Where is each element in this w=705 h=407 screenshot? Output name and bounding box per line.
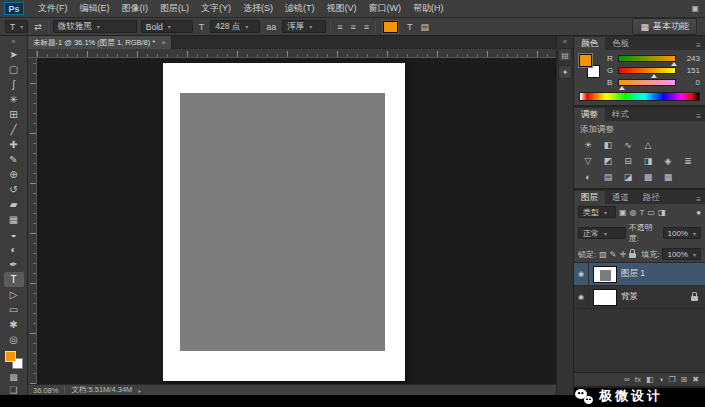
visibility-toggle-icon[interactable]: ◉ bbox=[574, 263, 589, 285]
gradient-tool-button[interactable]: ▦ bbox=[4, 212, 24, 227]
levels-icon[interactable]: ◧ bbox=[599, 138, 617, 152]
menu-item-window[interactable]: 窗口(W) bbox=[363, 2, 408, 15]
fill-select[interactable]: 100% bbox=[662, 248, 700, 260]
zoom-level[interactable]: 36.08% bbox=[33, 386, 58, 395]
layer-name[interactable]: 图层 1 bbox=[621, 268, 701, 280]
toggle-panels-icon[interactable]: ▤ bbox=[419, 22, 432, 32]
type-tool-button[interactable]: T bbox=[4, 272, 24, 287]
filter-adjustment-layers-icon[interactable]: ◍ bbox=[630, 208, 637, 217]
lock-transparent-pixels-icon[interactable]: ▨ bbox=[599, 250, 607, 259]
posterize-icon[interactable]: ▤ bbox=[599, 170, 617, 184]
layer-name[interactable]: 背景 bbox=[621, 291, 691, 303]
lock-image-pixels-icon[interactable]: ✎ bbox=[610, 250, 617, 259]
red-slider-handle[interactable] bbox=[671, 62, 677, 66]
tab-paths[interactable]: 路径 bbox=[636, 191, 667, 204]
quick-selection-tool-button[interactable]: ✳ bbox=[4, 92, 24, 107]
crop-tool-button[interactable]: ⊞ bbox=[4, 107, 24, 122]
green-slider[interactable] bbox=[618, 67, 676, 74]
font-size-select[interactable]: 428 点 bbox=[210, 20, 260, 33]
blend-mode-select[interactable]: 正常 bbox=[578, 227, 626, 239]
blue-slider[interactable] bbox=[618, 79, 676, 86]
font-family-select[interactable]: 微软雅黑 bbox=[53, 20, 137, 33]
align-left-icon[interactable]: ≡ bbox=[335, 22, 344, 32]
channel-mixer-icon[interactable]: ≣ bbox=[679, 154, 697, 168]
spot-healing-tool-button[interactable]: ✚ bbox=[4, 137, 24, 152]
menu-item-type[interactable]: 文字(Y) bbox=[195, 2, 237, 15]
path-selection-tool-button[interactable]: ▷ bbox=[4, 287, 24, 302]
curves-icon[interactable]: ∿ bbox=[619, 138, 637, 152]
rectangle-tool-button[interactable]: ▭ bbox=[4, 302, 24, 317]
tab-styles[interactable]: 样式 bbox=[605, 108, 636, 121]
green-slider-handle[interactable] bbox=[651, 74, 657, 78]
filter-type-layers-icon[interactable]: T bbox=[640, 208, 645, 217]
green-value[interactable]: 151 bbox=[680, 66, 700, 75]
blur-tool-button[interactable]: ◒ bbox=[4, 227, 24, 242]
lasso-tool-button[interactable]: ʃ bbox=[4, 77, 24, 92]
warp-text-icon[interactable]: T bbox=[405, 22, 415, 32]
zoom-tool-button[interactable]: ◎ bbox=[4, 332, 24, 347]
lock-all-icon[interactable] bbox=[629, 253, 636, 258]
move-tool-button[interactable]: ➤ bbox=[4, 47, 24, 62]
black-white-icon[interactable]: ◨ bbox=[639, 154, 657, 168]
document-canvas[interactable] bbox=[163, 63, 405, 381]
tab-color[interactable]: 颜色 bbox=[574, 37, 605, 50]
menu-item-view[interactable]: 视图(V) bbox=[321, 2, 363, 15]
text-orientation-icon[interactable]: ⇄ bbox=[32, 22, 44, 32]
clone-stamp-tool-button[interactable]: ⊕ bbox=[4, 167, 24, 182]
photo-filter-icon[interactable]: ◈ bbox=[659, 154, 677, 168]
window-controls-icon[interactable]: ▣ bbox=[691, 4, 699, 13]
blue-slider-handle[interactable] bbox=[619, 86, 625, 90]
threshold-icon[interactable]: ◪ bbox=[619, 170, 637, 184]
color-panel-menu-icon[interactable]: ≡ bbox=[696, 41, 705, 50]
color-balance-icon[interactable]: ⊟ bbox=[619, 154, 637, 168]
text-color-swatch[interactable] bbox=[383, 21, 398, 33]
pen-tool-button[interactable]: ✒ bbox=[4, 257, 24, 272]
layer-row-layer1[interactable]: ◉ 图层 1 bbox=[574, 263, 705, 286]
menu-item-layer[interactable]: 图层(L) bbox=[154, 2, 195, 15]
workspace-switcher[interactable]: ▦ 基本功能 bbox=[632, 18, 697, 35]
layers-panel-menu-icon[interactable]: ≡ bbox=[696, 195, 705, 204]
toolbar-collapse-icon[interactable]: » bbox=[12, 38, 16, 45]
new-group-icon[interactable]: ❒ bbox=[668, 375, 675, 384]
layer-filter-type-select[interactable]: 类型 bbox=[578, 206, 616, 218]
quick-mask-icon[interactable]: ▩ bbox=[9, 372, 18, 382]
status-expander-icon[interactable]: ▸ bbox=[138, 387, 141, 394]
dodge-tool-button[interactable]: ◐ bbox=[4, 242, 24, 257]
tab-adjustments[interactable]: 调整 bbox=[574, 108, 605, 121]
delete-layer-icon[interactable]: ✖ bbox=[692, 375, 699, 384]
anti-alias-select[interactable]: 浑厚 bbox=[282, 20, 326, 33]
tab-swatches[interactable]: 色板 bbox=[605, 37, 636, 50]
invert-icon[interactable]: ◐ bbox=[579, 170, 597, 184]
filter-pixel-layers-icon[interactable]: ▣ bbox=[619, 208, 627, 217]
document-tab[interactable]: 未标题-1 @ 36.1% (图层 1, RGB/8) * × bbox=[28, 36, 172, 49]
eraser-tool-button[interactable]: ▰ bbox=[4, 197, 24, 212]
screen-mode-icon[interactable]: ❏ bbox=[9, 385, 17, 395]
menu-item-filter[interactable]: 滤镜(T) bbox=[279, 2, 321, 15]
collapsed-panel-button-2[interactable]: ✦ bbox=[558, 65, 572, 79]
eyedropper-tool-button[interactable]: ╱ bbox=[4, 122, 24, 137]
horizontal-ruler[interactable] bbox=[37, 49, 556, 58]
blue-value[interactable]: 0 bbox=[680, 78, 700, 87]
layer-row-background[interactable]: ◉ 背景 bbox=[574, 286, 705, 309]
new-layer-icon[interactable]: ⊞ bbox=[681, 375, 688, 384]
menu-item-select[interactable]: 选择(S) bbox=[237, 2, 279, 15]
layer-thumbnail[interactable] bbox=[593, 289, 617, 306]
menu-item-help[interactable]: 帮助(H) bbox=[407, 2, 450, 15]
add-layer-mask-icon[interactable]: ◧ bbox=[646, 375, 654, 384]
vertical-ruler[interactable] bbox=[28, 58, 37, 384]
collapsed-panel-button-1[interactable]: ▤ bbox=[558, 48, 572, 62]
adjustments-panel-menu-icon[interactable]: ≡ bbox=[696, 112, 705, 121]
filter-smart-object-icon[interactable]: ◨ bbox=[658, 208, 666, 217]
tab-channels[interactable]: 通道 bbox=[605, 191, 636, 204]
hue-saturation-icon[interactable]: ◩ bbox=[599, 154, 617, 168]
opacity-select[interactable]: 100% bbox=[663, 227, 701, 239]
marquee-tool-button[interactable]: ▢ bbox=[4, 62, 24, 77]
menu-item-file[interactable]: 文件(F) bbox=[32, 2, 74, 15]
gray-rectangle-layer[interactable] bbox=[180, 93, 385, 351]
tab-layers[interactable]: 图层 bbox=[574, 191, 605, 204]
canvas-pasteboard[interactable] bbox=[37, 58, 556, 384]
hand-tool-button[interactable]: ✱ bbox=[4, 317, 24, 332]
filter-shape-layers-icon[interactable]: ▭ bbox=[647, 208, 655, 217]
link-layers-icon[interactable]: ∞ bbox=[624, 375, 630, 384]
layer-thumbnail[interactable] bbox=[593, 266, 617, 283]
